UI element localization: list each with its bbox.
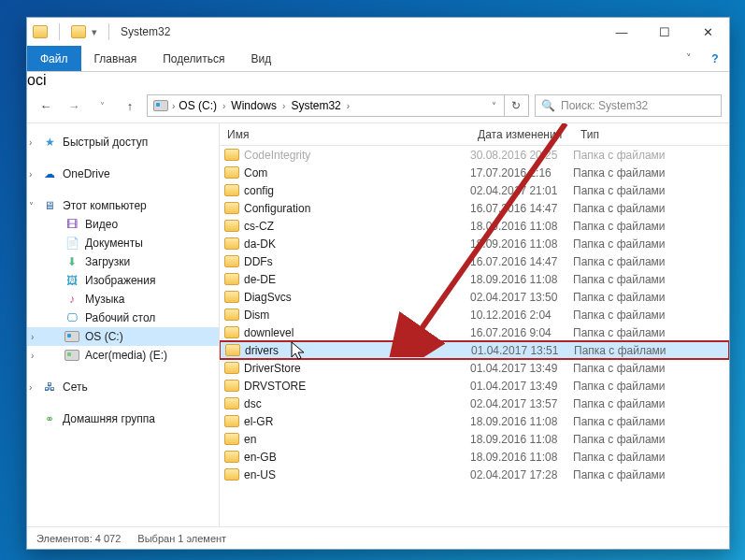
row-date: 01.04.2017 13:49 [470,380,573,393]
search-input[interactable]: 🔍 Поиск: System32 [535,94,722,117]
breadcrumb-system32[interactable]: System32 [287,97,344,114]
address-bar[interactable]: ›OS (C:) › Windows › System32 › ˅ ↻ [147,94,529,117]
column-type[interactable]: Тип [573,128,729,141]
row-type: Папка с файлами [573,309,729,322]
row-date: 02.04.2017 13:57 [470,397,573,410]
row-name: DiagSvcs [244,291,470,304]
help-icon[interactable]: ? [701,46,729,71]
table-row[interactable]: cs-CZ18.09.2016 11:08Папка с файлами [220,217,729,235]
row-name: en-GB [244,451,470,464]
sidebar-this-pc[interactable]: ˅🖥Этот компьютер [27,196,219,215]
table-row[interactable]: en18.09.2016 11:08Папка с файлами [220,430,729,448]
table-row[interactable]: Configuration16.07.2016 14:47Папка с фай… [220,199,729,217]
row-date: 16.07.2016 9:04 [470,326,573,339]
tab-home[interactable]: Главная [81,46,150,71]
desktop-icon: 🖵 [64,310,79,325]
row-type: Папка с файлами [573,380,729,393]
window-icon [33,25,48,38]
table-row[interactable]: config02.04.2017 21:01Папка с файлами [220,181,729,199]
sidebar-network[interactable]: ›🖧Сеть [27,378,219,396]
table-row[interactable]: en-GB18.09.2016 11:08Папка с файлами [220,448,729,466]
refresh-button[interactable]: ↻ [504,94,526,117]
nav-back-button[interactable]: ← [35,94,57,117]
breadcrumb-drive-label: OS (C:) [179,99,217,112]
row-name: Dism [244,309,470,322]
sidebar-item-documents[interactable]: 📄Документы [27,234,219,252]
titlebar: ▾ System32 — ☐ ✕ [27,18,729,46]
ribbon-collapse-icon[interactable]: ˅ [677,46,701,71]
sidebar-item-music[interactable]: ♪Музыка [27,290,219,309]
expand-icon[interactable]: › [31,332,34,342]
status-selection: Выбран 1 элемент [137,533,226,544]
expand-icon[interactable]: › [29,382,32,393]
qat-newfolder-icon[interactable] [71,25,86,38]
sidebar-onedrive[interactable]: ›☁OneDrive [27,165,219,183]
maximize-button[interactable]: ☐ [643,18,686,46]
titlebar-separator-2 [108,23,109,40]
row-date: 16.07.2016 14:47 [470,202,573,215]
tab-share[interactable]: Поделиться [150,46,237,71]
table-row[interactable]: dsc02.04.2017 13:57Папка с файлами [220,395,729,412]
row-name: config [244,184,470,197]
table-row[interactable]: Dism10.12.2016 2:04Папка с файлами [220,306,729,323]
table-row[interactable]: de-DE18.09.2016 11:08Папка с файлами [220,270,729,288]
tab-file[interactable]: Файл [27,46,81,71]
table-row[interactable]: Com17.07.2016 2:16Папка с файлами [220,164,729,181]
table-row[interactable]: en-US02.04.2017 17:28Папка с файлами [220,466,729,483]
file-rows[interactable]: CodeIntegrity30.08.2016 20:25Папка с фай… [220,146,729,526]
address-dropdown-icon[interactable]: ˅ [486,101,502,111]
nav-up-button[interactable]: ↑ [119,94,141,117]
drive-icon [153,100,168,111]
row-date: 18.09.2016 11:08 [470,433,573,446]
breadcrumb-windows[interactable]: Windows [227,97,280,114]
row-date: 10.12.2016 2:04 [470,309,573,322]
status-bar: Элементов: 4 072 Выбран 1 элемент [27,526,729,549]
tab-view[interactable]: Вид [237,46,284,71]
row-type: Папка с файлами [573,433,729,446]
sidebar-item-pictures[interactable]: 🖼Изображения [27,271,219,290]
nav-forward-button[interactable]: → [63,94,85,117]
minimize-button[interactable]: — [600,18,643,46]
table-row[interactable]: downlevel16.07.2016 9:04Папка с файлами [220,323,729,341]
sidebar-label: OneDrive [63,167,110,180]
pc-icon: 🖥 [42,198,57,213]
sidebar-label: OS (C:) [85,330,123,343]
table-row[interactable]: DRVSTORE01.04.2017 13:49Папка с файлами [220,377,729,395]
table-row[interactable]: DriverStore01.04.2017 13:49Папка с файла… [220,359,729,377]
row-name: Configuration [244,202,470,215]
table-row[interactable]: DiagSvcs02.04.2017 13:50Папка с файлами [220,288,729,306]
table-row[interactable]: da-DK18.09.2016 11:08Папка с файлами [220,235,729,252]
sidebar-item-video[interactable]: 🎞Видео [27,215,219,234]
nav-recent-button[interactable]: ˅ [91,94,113,117]
row-type: Папка с файлами [573,326,729,339]
explorer-window: ▾ System32 — ☐ ✕ Файл Главная Поделиться… [26,17,730,550]
expand-icon[interactable]: › [31,351,34,361]
table-row[interactable]: el-GR18.09.2016 11:08Папка с файлами [220,412,729,430]
row-date: 01.04.2017 13:51 [471,344,574,357]
folder-icon [224,220,239,232]
close-button[interactable]: ✕ [686,18,729,46]
folder-icon [224,309,239,321]
column-date[interactable]: Дата изменения [470,128,573,141]
sidebar-item-drive-c[interactable]: ›OS (C:) [27,327,219,346]
sidebar-homegroup[interactable]: ⚭Домашняя группа [27,409,219,428]
breadcrumb-drive[interactable]: ›OS (C:) [150,97,221,114]
row-type: Папка с файлами [573,291,729,304]
table-row[interactable]: CodeIntegrity30.08.2016 20:25Папка с фай… [220,146,729,164]
expand-icon[interactable]: ˅ [29,201,34,211]
sidebar-item-downloads[interactable]: ⬇Загрузки [27,252,219,271]
table-row[interactable]: DDFs16.07.2016 14:47Папка с файлами [220,252,729,270]
row-name: DRVSTORE [244,380,470,393]
row-name: de-DE [244,273,470,286]
expand-icon[interactable]: › [29,137,32,148]
navigation-pane: ›★Быстрый доступ ›☁OneDrive ˅🖥Этот компь… [27,123,220,526]
column-name[interactable]: Имя [220,128,470,141]
qat-dropdown-icon[interactable]: ▾ [92,26,97,38]
row-date: 18.09.2016 11:08 [470,273,573,286]
video-icon: 🎞 [64,217,79,232]
sidebar-item-desktop[interactable]: 🖵Рабочий стол [27,309,219,327]
sidebar-item-drive-e[interactable]: ›Acer(media) (E:) [27,346,219,365]
expand-icon[interactable]: › [29,169,32,179]
sidebar-quick-access[interactable]: ›★Быстрый доступ [27,133,219,151]
table-row[interactable]: drivers01.04.2017 13:51Папка с файлами [220,341,729,359]
